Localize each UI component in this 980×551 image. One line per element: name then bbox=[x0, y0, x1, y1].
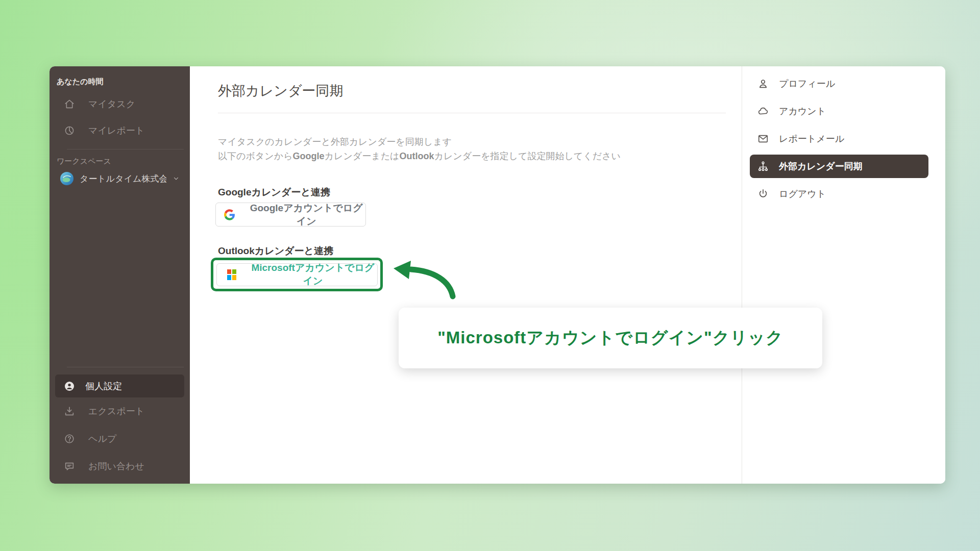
chevron-down-icon bbox=[173, 175, 180, 182]
sidebar-spacer bbox=[50, 190, 190, 362]
workspace-selector[interactable]: タートルタイム株式会... bbox=[50, 167, 190, 190]
secondary-nav: 個人設定 エクスポート ヘルプ お問い合わせ bbox=[50, 362, 190, 484]
google-logo-icon bbox=[224, 209, 235, 221]
app-title: あなたの時間 bbox=[50, 66, 190, 87]
workspace-avatar bbox=[60, 172, 74, 185]
settings-item-logout[interactable]: ログアウト bbox=[742, 180, 945, 208]
settings-item-label: プロフィール bbox=[779, 78, 835, 90]
workspace-name: タートルタイム株式会... bbox=[80, 173, 166, 185]
description-line-2: 以下のボタンからGoogleカレンダーまたはOutlookカレンダーを指定して設… bbox=[218, 149, 742, 163]
settings-item-external-calendar-sync[interactable]: 外部カレンダー同期 bbox=[750, 155, 928, 178]
settings-item-report-mail[interactable]: レポートメール bbox=[742, 125, 945, 153]
workspace-section-label: ワークスペース bbox=[50, 149, 190, 166]
home-icon bbox=[64, 98, 75, 110]
sidebar-item-personal-settings[interactable]: 個人設定 bbox=[55, 374, 184, 397]
annotation-arrow-icon bbox=[390, 258, 462, 299]
left-sidebar: あなたの時間 マイタスク マイレポート ワークスペース タートルタイム bbox=[50, 66, 190, 484]
settings-item-account[interactable]: アカウント bbox=[742, 97, 945, 125]
annotation-tooltip-text: "Microsoftアカウントでログイン"クリック bbox=[437, 327, 783, 349]
microsoft-login-button[interactable]: Microsoftアカウントでログイン bbox=[216, 263, 378, 286]
sidebar-item-label: エクスポート bbox=[88, 405, 144, 417]
settings-sidebar: プロフィール アカウント レポートメール 外部カレンダー同期 ログアウト bbox=[742, 66, 945, 484]
help-icon bbox=[64, 433, 75, 444]
microsoft-login-label: Microsoftアカウントでログイン bbox=[249, 261, 377, 288]
settings-item-label: 外部カレンダー同期 bbox=[779, 160, 863, 172]
page-description: マイタスクのカレンダーと外部カレンダーを同期します 以下のボタンからGoogle… bbox=[218, 135, 742, 163]
sidebar-item-label: 個人設定 bbox=[85, 380, 122, 392]
cloud-icon bbox=[757, 106, 769, 117]
page-title: 外部カレンダー同期 bbox=[218, 82, 742, 100]
settings-item-profile[interactable]: プロフィール bbox=[742, 70, 945, 97]
sidebar-item-label: ヘルプ bbox=[88, 433, 116, 445]
title-divider bbox=[218, 113, 726, 113]
sitemap-icon bbox=[757, 161, 769, 172]
primary-nav: マイタスク マイレポート bbox=[50, 91, 190, 144]
sidebar-item-help[interactable]: ヘルプ bbox=[50, 425, 190, 453]
settings-item-external-calendar-sync-wrap: 外部カレンダー同期 bbox=[742, 153, 945, 180]
user-circle-icon bbox=[64, 381, 75, 392]
chat-icon bbox=[64, 461, 75, 472]
sidebar-item-label: お問い合わせ bbox=[88, 460, 144, 472]
pie-chart-icon bbox=[64, 125, 75, 136]
sidebar-item-contact[interactable]: お問い合わせ bbox=[50, 453, 190, 480]
microsoft-logo-icon bbox=[227, 269, 237, 280]
google-login-button[interactable]: Googleアカウントでログイン bbox=[215, 203, 366, 227]
outlook-section-label: Outlookカレンダーと連携 bbox=[218, 244, 742, 258]
profile-icon bbox=[757, 78, 769, 89]
google-section-label: Googleカレンダーと連携 bbox=[218, 186, 742, 199]
sidebar-item-label: マイタスク bbox=[88, 98, 135, 110]
description-line-1: マイタスクのカレンダーと外部カレンダーを同期します bbox=[218, 135, 742, 149]
app-window: あなたの時間 マイタスク マイレポート ワークスペース タートルタイム bbox=[50, 66, 945, 484]
annotation-tooltip: "Microsoftアカウントでログイン"クリック bbox=[399, 308, 822, 368]
annotation-highlight-box: Microsoftアカウントでログイン bbox=[211, 258, 383, 291]
settings-item-label: レポートメール bbox=[779, 133, 844, 145]
sidebar-item-my-reports[interactable]: マイレポート bbox=[50, 117, 190, 144]
power-icon bbox=[757, 188, 769, 199]
sidebar-item-my-tasks[interactable]: マイタスク bbox=[50, 91, 190, 117]
settings-item-label: ログアウト bbox=[779, 188, 826, 200]
settings-item-label: アカウント bbox=[779, 105, 826, 117]
sidebar-divider bbox=[67, 367, 184, 367]
main-content: 外部カレンダー同期 マイタスクのカレンダーと外部カレンダーを同期します 以下のボ… bbox=[190, 66, 742, 484]
sidebar-item-export[interactable]: エクスポート bbox=[50, 397, 190, 425]
download-icon bbox=[64, 406, 75, 417]
sidebar-item-label: マイレポート bbox=[88, 124, 144, 137]
mail-icon bbox=[757, 133, 769, 144]
google-login-label: Googleアカウントでログイン bbox=[247, 202, 365, 228]
